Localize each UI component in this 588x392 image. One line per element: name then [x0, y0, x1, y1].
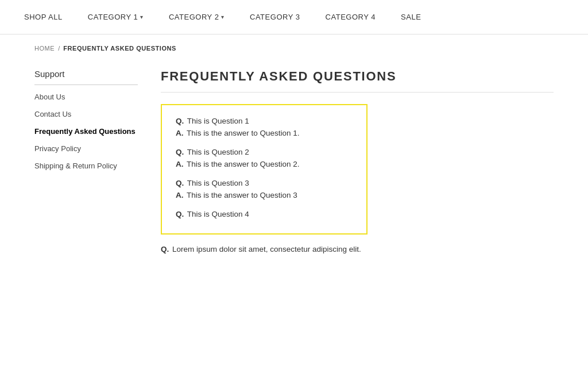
sidebar-item-contact: Contact Us — [34, 109, 138, 118]
nav-label-shop-all: SHOP ALL — [24, 13, 63, 21]
nav-label-category-1: CATEGORY 1 — [88, 13, 138, 21]
nav-category-1[interactable]: CATEGORY 1 ▾ — [75, 13, 156, 21]
page-title: FREQUENTLY ASKED QUESTIONS — [161, 69, 554, 93]
faq-item-2: Q. This is Question 2 A. This is the ans… — [176, 148, 353, 168]
faq-item-4: Q. This is Question 4 — [176, 210, 353, 218]
sidebar-item-faq: Frequently Asked Questions — [34, 126, 138, 136]
sidebar-item-about: About Us — [34, 92, 138, 101]
nav-sale[interactable]: SALE — [388, 13, 434, 21]
faq-question-3: Q. This is Question 3 — [176, 179, 353, 187]
a-label-3: A. — [176, 191, 184, 199]
breadcrumb-current: FREQUENTLY ASKED QUESTIONS — [63, 45, 176, 52]
q-text-3: This is Question 3 — [187, 179, 249, 187]
q-text-2: This is Question 2 — [187, 148, 249, 156]
nav-category-2[interactable]: CATEGORY 2 ▾ — [156, 13, 237, 21]
faq-item-3: Q. This is Question 3 A. This is the ans… — [176, 179, 353, 199]
faq-extra: Q. Lorem ipsum dolor sit amet, consectet… — [161, 245, 554, 253]
nav-label-category-2: CATEGORY 2 — [169, 13, 219, 21]
breadcrumb: HOME / FREQUENTLY ASKED QUESTIONS — [0, 34, 588, 57]
breadcrumb-separator: / — [58, 45, 60, 52]
sidebar-item-shipping: Shipping & Return Policy — [34, 161, 138, 170]
main-content: FREQUENTLY ASKED QUESTIONS Q. This is Qu… — [161, 69, 554, 257]
sidebar-title: Support — [34, 69, 138, 85]
faq-answer-2: A. This is the answer to Question 2. — [176, 160, 353, 168]
faq-item-1: Q. This is Question 1 A. This is the ans… — [176, 117, 353, 137]
a-text-1: This is the answer to Question 1. — [187, 129, 300, 137]
sidebar: Support About Us Contact Us Frequently A… — [34, 69, 138, 257]
nav-category-3[interactable]: CATEGORY 3 — [237, 13, 313, 21]
sidebar-link-privacy[interactable]: Privacy Policy — [34, 144, 81, 153]
sidebar-link-about[interactable]: About Us — [34, 93, 65, 101]
faq-question-extra-1: Q. Lorem ipsum dolor sit amet, consectet… — [161, 245, 554, 253]
q-text-1: This is Question 1 — [187, 117, 249, 125]
faq-highlighted-box: Q. This is Question 1 A. This is the ans… — [161, 104, 368, 235]
nav-shop-all[interactable]: SHOP ALL — [11, 13, 75, 21]
sidebar-nav: About Us Contact Us Frequently Asked Que… — [34, 92, 138, 170]
a-text-2: This is the answer to Question 2. — [187, 160, 300, 168]
sidebar-item-privacy: Privacy Policy — [34, 144, 138, 153]
q-text-extra-1: Lorem ipsum dolor sit amet, consectetur … — [172, 245, 361, 253]
faq-question-2: Q. This is Question 2 — [176, 148, 353, 156]
q-label-2: Q. — [176, 148, 184, 156]
q-label-3: Q. — [176, 179, 184, 187]
dropdown-arrow-icon: ▾ — [140, 14, 144, 20]
faq-item-extra-1: Q. Lorem ipsum dolor sit amet, consectet… — [161, 245, 554, 253]
a-text-3: This is the answer to Question 3 — [187, 191, 297, 199]
a-label-1: A. — [176, 129, 184, 137]
page-layout: Support About Us Contact Us Frequently A… — [0, 57, 588, 280]
a-label-2: A. — [176, 160, 184, 168]
nav-label-category-3: CATEGORY 3 — [250, 13, 300, 21]
faq-answer-1: A. This is the answer to Question 1. — [176, 129, 353, 137]
q-text-4: This is Question 4 — [187, 210, 249, 218]
faq-answer-3: A. This is the answer to Question 3 — [176, 191, 353, 199]
nav-label-category-4: CATEGORY 4 — [326, 13, 376, 21]
q-label-extra-1: Q. — [161, 245, 169, 253]
sidebar-link-contact[interactable]: Contact Us — [34, 110, 71, 118]
main-nav: SHOP ALL CATEGORY 1 ▾ CATEGORY 2 ▾ CATEG… — [0, 0, 588, 34]
breadcrumb-home[interactable]: HOME — [34, 45, 55, 52]
sidebar-link-shipping[interactable]: Shipping & Return Policy — [34, 162, 117, 170]
nav-category-4[interactable]: CATEGORY 4 — [313, 13, 389, 21]
nav-label-sale: SALE — [401, 13, 421, 21]
dropdown-arrow-icon: ▾ — [221, 14, 225, 20]
faq-question-4: Q. This is Question 4 — [176, 210, 353, 218]
faq-question-1: Q. This is Question 1 — [176, 117, 353, 125]
q-label-4: Q. — [176, 210, 184, 218]
sidebar-link-faq[interactable]: Frequently Asked Questions — [34, 127, 136, 136]
q-label-1: Q. — [176, 117, 184, 125]
